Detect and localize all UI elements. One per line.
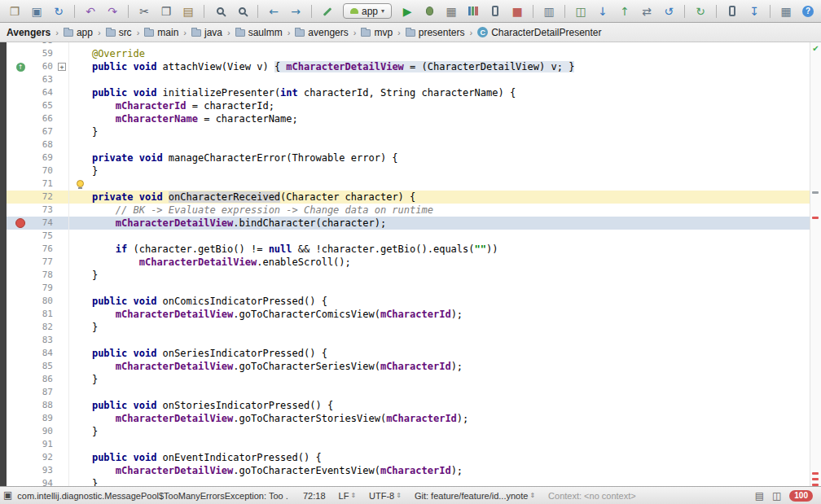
intention-bulb-icon[interactable] <box>77 180 84 187</box>
breadcrumb-item-mvp[interactable]: mvp <box>361 27 393 38</box>
breadcrumb-item-avengers[interactable]: Avengers <box>7 27 50 38</box>
code-line-68[interactable]: 68 <box>7 138 821 151</box>
vcs-commit-icon[interactable]: ↑ <box>615 2 634 20</box>
code-line-63[interactable]: 63 <box>7 73 821 86</box>
code-line-88[interactable]: 88 public void onStoriesIndicatorPressed… <box>7 399 821 412</box>
code-line-93[interactable]: 93 mCharacterDetailView.goToCharacterEve… <box>7 464 821 477</box>
code-line-65[interactable]: 65 mCharacterId = characterId; <box>7 99 821 112</box>
forward-icon[interactable]: → <box>286 2 305 20</box>
code-line-75[interactable]: 75 <box>7 230 821 243</box>
debug-icon[interactable] <box>419 2 439 20</box>
breadcrumb-item-src[interactable]: src <box>106 27 132 38</box>
code-line-72[interactable]: 72 private void onCharacterReceived(Char… <box>7 191 821 204</box>
code-line-73[interactable]: 73 // BK -> Evaluate expression -> Chang… <box>7 204 821 217</box>
code-line-70[interactable]: 70 } <box>7 164 821 177</box>
avd-manager-icon[interactable] <box>722 2 742 20</box>
code-line-80[interactable]: 80 public void onComicsIndicatorPressed(… <box>7 295 821 308</box>
open-icon[interactable]: ❐ <box>5 2 24 20</box>
code-segment: mCharacterDetailView <box>139 256 257 268</box>
code-line-91[interactable]: 91 <box>7 438 821 451</box>
code-line-64[interactable]: 64 public void initializePresenter(int c… <box>7 86 821 99</box>
code-line-59[interactable]: 59 @Override <box>7 47 821 60</box>
caret-position-widget[interactable]: 72:18 <box>303 491 326 501</box>
run-configuration-select[interactable]: app▾ <box>343 3 392 19</box>
breadcrumb-item-java[interactable]: java <box>191 27 222 38</box>
breadcrumb-item-avengers[interactable]: avengers <box>295 27 348 38</box>
context-widget[interactable]: Context: <no context> <box>548 491 636 501</box>
code-line-83[interactable]: 83 <box>7 334 821 347</box>
paste-icon[interactable]: ▤ <box>178 2 198 20</box>
breadcrumb-item-saulmm[interactable]: saulmm <box>235 27 283 38</box>
error-stripe[interactable]: ✔ <box>810 42 821 486</box>
gradle-sync-icon[interactable]: ↻ <box>691 2 710 20</box>
print-icon[interactable]: ▥ <box>539 2 559 20</box>
code-line-67[interactable]: 67 } <box>7 125 821 138</box>
help-icon[interactable]: ? <box>798 2 818 20</box>
inspection-status-icon[interactable]: ✔ <box>810 44 821 53</box>
code-line-94[interactable]: 94 } <box>7 477 821 486</box>
save-all-icon[interactable]: ▣ <box>27 2 46 20</box>
find-icon[interactable] <box>210 2 230 20</box>
line-separator-widget[interactable]: LF ⇕ <box>339 491 357 501</box>
vcs-update-icon-glyph: ↓ <box>598 6 608 17</box>
code-line-92[interactable]: 92 public void onEventIndicatorPressed()… <box>7 451 821 464</box>
back-icon[interactable]: ← <box>264 2 283 20</box>
stripe-mark[interactable] <box>812 191 819 194</box>
stop-icon[interactable]: ■ <box>507 2 527 20</box>
breadcrumb-item-characterdetailpresenter[interactable]: CCharacterDetailPresenter <box>477 27 601 38</box>
stripe-mark[interactable] <box>812 478 819 480</box>
code-line-69[interactable]: 69 private void manageCharacterError(Thr… <box>7 151 821 164</box>
vcs-update-icon[interactable]: ↓ <box>593 2 612 20</box>
synchronize-icon[interactable]: ↻ <box>49 2 68 20</box>
stripe-mark[interactable] <box>812 472 819 475</box>
code-line-89[interactable]: 89 mCharacterDetailView.goToCharacterSto… <box>7 412 821 425</box>
breadcrumb-item-main[interactable]: main <box>144 27 178 38</box>
code-line-76[interactable]: 76 if (character.getBio() != null && !ch… <box>7 243 821 256</box>
highlighting-level-icon[interactable]: ▤ <box>755 490 764 502</box>
code-line-90[interactable]: 90 } <box>7 425 821 438</box>
stripe-mark[interactable] <box>812 484 819 486</box>
device-monitor-icon[interactable]: ◫ <box>571 2 591 20</box>
android-monitor-icon[interactable] <box>463 2 483 20</box>
revert-icon[interactable]: ↺ <box>659 2 678 20</box>
code-line-66[interactable]: 66 mCharacterName = characterName; <box>7 112 821 125</box>
project-structure-icon[interactable]: ▦ <box>776 2 796 20</box>
code-line-82[interactable]: 82 } <box>7 321 821 334</box>
code-line-81[interactable]: 81 mCharacterDetailView.goToCharacterCom… <box>7 308 821 321</box>
cut-icon[interactable]: ✂ <box>134 2 154 20</box>
compare-icon[interactable]: ⇄ <box>637 2 656 20</box>
undo-icon[interactable]: ↶ <box>81 2 100 20</box>
fold-expand-icon[interactable]: + <box>58 63 66 71</box>
screen-share-icon[interactable]: ◫ <box>772 490 781 502</box>
code-line-71[interactable]: 71 <box>7 177 821 191</box>
attach-debugger-icon[interactable] <box>485 2 505 20</box>
breadcrumb-item-presenters[interactable]: presenters <box>406 27 465 38</box>
code-line-85[interactable]: 85 mCharacterDetailView.goToCharacterSer… <box>7 360 821 373</box>
code-line-74[interactable]: 74 mCharacterDetailView.bindCharacter(ch… <box>7 217 821 230</box>
override-marker-icon[interactable]: ↑ <box>16 63 25 72</box>
breadcrumb-item-app[interactable]: app <box>64 27 93 38</box>
replace-icon[interactable] <box>232 2 252 20</box>
code-line-84[interactable]: 84 public void onSeriesIndicatorPressed(… <box>7 347 821 360</box>
code-line-87[interactable]: 87 <box>7 386 821 399</box>
breakpoint-icon[interactable] <box>15 218 25 228</box>
coverage-icon[interactable]: ▦ <box>441 2 461 20</box>
status-message[interactable]: com.intellij.diagnostic.MessagePool$TooM… <box>17 491 288 501</box>
tools-icon[interactable] <box>318 2 337 20</box>
run-icon[interactable]: ▶ <box>397 2 417 20</box>
code-line-60[interactable]: ↑60+ public void attachView(View v) { mC… <box>7 60 821 73</box>
stripe-mark[interactable] <box>812 217 819 219</box>
copy-icon[interactable]: ❐ <box>156 2 176 20</box>
toolwindow-switcher-icon[interactable]: ▣ <box>3 490 12 501</box>
code-line-79[interactable]: 79 <box>7 282 821 295</box>
code-line-86[interactable]: 86 } <box>7 373 821 386</box>
code-line-78[interactable]: 78 } <box>7 269 821 282</box>
git-branch-widget[interactable]: Git: feature/feature/id...ynote ⇕ <box>415 491 535 501</box>
editor[interactable]: 5859 @Override↑60+ public void attachVie… <box>0 42 821 486</box>
code-line-77[interactable]: 77 mCharacterDetailView.enableScroll(); <box>7 256 821 269</box>
sdk-manager-icon[interactable]: ↧ <box>744 2 764 20</box>
encoding-widget[interactable]: UTF-8 ⇕ <box>369 491 402 501</box>
code-segment: @Override <box>92 48 145 59</box>
redo-icon[interactable]: ↷ <box>103 2 122 20</box>
event-log-error-badge[interactable]: 100 <box>789 490 813 502</box>
